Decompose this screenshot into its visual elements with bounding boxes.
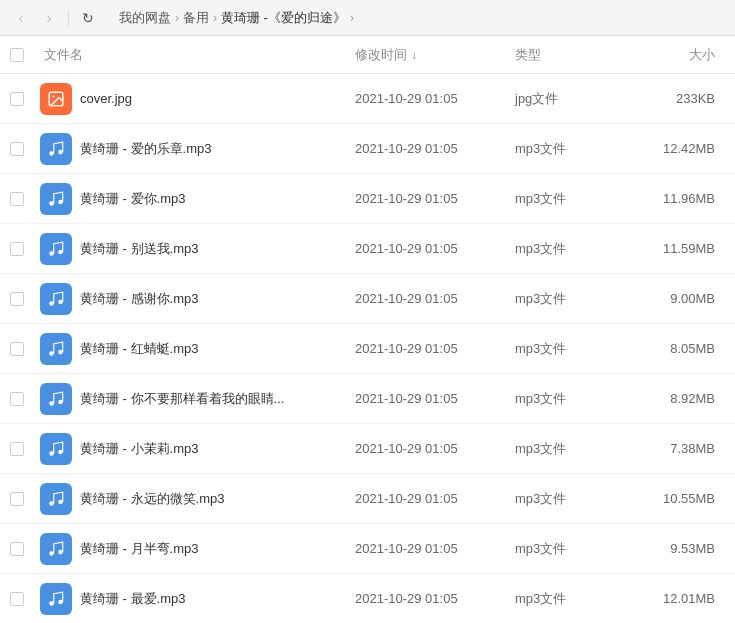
svg-point-12	[49, 401, 54, 406]
file-size: 8.05MB	[635, 341, 725, 356]
file-type: mp3文件	[515, 490, 635, 508]
row-checkbox[interactable]	[10, 142, 24, 156]
file-type: mp3文件	[515, 290, 635, 308]
row-checkbox[interactable]	[10, 342, 24, 356]
svg-point-21	[58, 599, 63, 604]
row-checkbox[interactable]	[10, 542, 24, 556]
row-checkbox-wrap	[10, 392, 40, 406]
file-name: 黄绮珊 - 爱的乐章.mp3	[80, 140, 355, 158]
svg-point-6	[49, 251, 54, 256]
file-icon	[40, 283, 72, 315]
svg-point-3	[58, 149, 63, 154]
file-time: 2021-10-29 01:05	[355, 591, 515, 606]
refresh-button[interactable]: ↻	[77, 7, 99, 29]
file-type: mp3文件	[515, 140, 635, 158]
table-row[interactable]: 黄绮珊 - 感谢你.mp3 2021-10-29 01:05 mp3文件 9.0…	[0, 274, 735, 324]
file-icon	[40, 133, 72, 165]
breadcrumb-album[interactable]: 黄琦珊 -《爱的归途》	[221, 9, 346, 27]
table-row[interactable]: 黄绮珊 - 永远的微笑.mp3 2021-10-29 01:05 mp3文件 1…	[0, 474, 735, 524]
row-checkbox-wrap	[10, 292, 40, 306]
svg-point-18	[49, 551, 54, 556]
file-size: 9.53MB	[635, 541, 725, 556]
header-size: 大小	[689, 46, 715, 64]
file-name: 黄绮珊 - 月半弯.mp3	[80, 540, 355, 558]
file-name: 黄绮珊 - 红蜻蜓.mp3	[80, 340, 355, 358]
back-button[interactable]: ‹	[10, 7, 32, 29]
file-icon	[40, 433, 72, 465]
row-checkbox[interactable]	[10, 492, 24, 506]
file-type: mp3文件	[515, 440, 635, 458]
row-checkbox[interactable]	[10, 242, 24, 256]
file-name: 黄绮珊 - 永远的微笑.mp3	[80, 490, 355, 508]
table-row[interactable]: cover.jpg 2021-10-29 01:05 jpg文件 233KB	[0, 74, 735, 124]
file-icon	[40, 483, 72, 515]
table-row[interactable]: 黄绮珊 - 别送我.mp3 2021-10-29 01:05 mp3文件 11.…	[0, 224, 735, 274]
file-icon	[40, 533, 72, 565]
table-row[interactable]: 黄绮珊 - 最爱.mp3 2021-10-29 01:05 mp3文件 12.0…	[0, 574, 735, 623]
svg-point-1	[52, 95, 54, 97]
file-time: 2021-10-29 01:05	[355, 291, 515, 306]
file-time: 2021-10-29 01:05	[355, 491, 515, 506]
table-row[interactable]: 黄绮珊 - 小茉莉.mp3 2021-10-29 01:05 mp3文件 7.3…	[0, 424, 735, 474]
row-checkbox-wrap	[10, 442, 40, 456]
svg-point-9	[58, 299, 63, 304]
table-row[interactable]: 黄绮珊 - 你不要那样看着我的眼睛... 2021-10-29 01:05 mp…	[0, 374, 735, 424]
svg-point-14	[49, 451, 54, 456]
breadcrumb-backup[interactable]: 备用	[183, 9, 209, 27]
file-type: mp3文件	[515, 540, 635, 558]
file-time: 2021-10-29 01:05	[355, 391, 515, 406]
sort-icon[interactable]: ↓	[411, 48, 417, 62]
file-icon	[40, 383, 72, 415]
navigation-bar: ‹ › ↻ 我的网盘 › 备用 › 黄琦珊 -《爱的归途》 ›	[0, 0, 735, 36]
file-name: 黄绮珊 - 感谢你.mp3	[80, 290, 355, 308]
file-icon	[40, 83, 72, 115]
table-row[interactable]: 黄绮珊 - 月半弯.mp3 2021-10-29 01:05 mp3文件 9.5…	[0, 524, 735, 574]
svg-point-17	[58, 499, 63, 504]
file-name: 黄绮珊 - 小茉莉.mp3	[80, 440, 355, 458]
row-checkbox-wrap	[10, 92, 40, 106]
svg-point-8	[49, 301, 54, 306]
file-type: mp3文件	[515, 590, 635, 608]
row-checkbox[interactable]	[10, 442, 24, 456]
table-header: 文件名 修改时间 ↓ 类型 大小	[0, 36, 735, 74]
row-checkbox-wrap	[10, 542, 40, 556]
file-rows-container: cover.jpg 2021-10-29 01:05 jpg文件 233KB 黄…	[0, 74, 735, 623]
file-icon	[40, 183, 72, 215]
file-size: 11.96MB	[635, 191, 725, 206]
svg-point-2	[49, 151, 54, 156]
table-row[interactable]: 黄绮珊 - 爱你.mp3 2021-10-29 01:05 mp3文件 11.9…	[0, 174, 735, 224]
svg-point-11	[58, 349, 63, 354]
table-row[interactable]: 黄绮珊 - 爱的乐章.mp3 2021-10-29 01:05 mp3文件 12…	[0, 124, 735, 174]
file-size: 8.92MB	[635, 391, 725, 406]
file-time: 2021-10-29 01:05	[355, 341, 515, 356]
row-checkbox[interactable]	[10, 392, 24, 406]
file-time: 2021-10-29 01:05	[355, 91, 515, 106]
table-row[interactable]: 黄绮珊 - 红蜻蜓.mp3 2021-10-29 01:05 mp3文件 8.0…	[0, 324, 735, 374]
breadcrumb-mycloud[interactable]: 我的网盘	[119, 9, 171, 27]
row-checkbox-wrap	[10, 142, 40, 156]
row-checkbox-wrap	[10, 342, 40, 356]
file-time: 2021-10-29 01:05	[355, 241, 515, 256]
row-checkbox[interactable]	[10, 92, 24, 106]
row-checkbox-wrap	[10, 192, 40, 206]
row-checkbox[interactable]	[10, 592, 24, 606]
breadcrumb: 我的网盘 › 备用 › 黄琦珊 -《爱的归途》 ›	[119, 9, 354, 27]
file-table: 文件名 修改时间 ↓ 类型 大小 cover.jpg 2021-10-29 01…	[0, 36, 735, 623]
svg-point-20	[49, 601, 54, 606]
forward-button[interactable]: ›	[38, 7, 60, 29]
file-type: mp3文件	[515, 340, 635, 358]
svg-point-4	[49, 201, 54, 206]
select-all-checkbox[interactable]	[10, 48, 24, 62]
svg-point-10	[49, 351, 54, 356]
file-time: 2021-10-29 01:05	[355, 141, 515, 156]
row-checkbox[interactable]	[10, 192, 24, 206]
row-checkbox[interactable]	[10, 292, 24, 306]
file-size: 12.42MB	[635, 141, 725, 156]
svg-point-16	[49, 501, 54, 506]
file-name: 黄绮珊 - 最爱.mp3	[80, 590, 355, 608]
file-time: 2021-10-29 01:05	[355, 191, 515, 206]
svg-point-5	[58, 199, 63, 204]
row-checkbox-wrap	[10, 242, 40, 256]
file-time: 2021-10-29 01:05	[355, 541, 515, 556]
file-icon	[40, 333, 72, 365]
